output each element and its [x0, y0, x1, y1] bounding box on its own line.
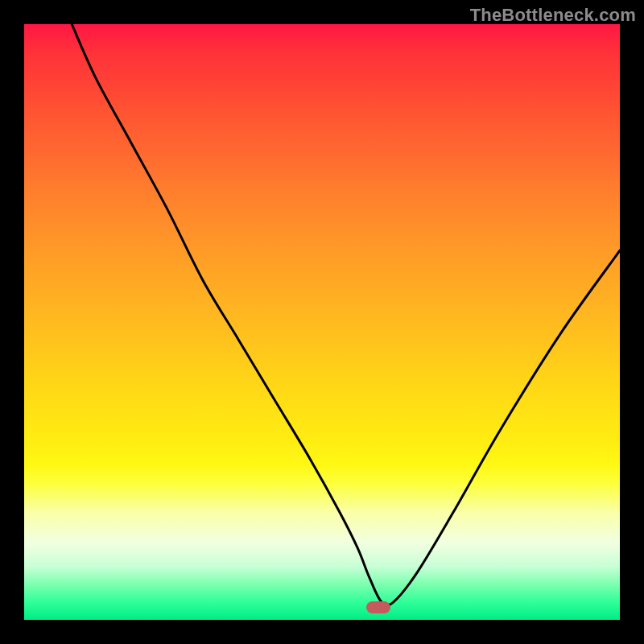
chart-container: TheBottleneck.com [0, 0, 644, 644]
watermark-text: TheBottleneck.com [470, 5, 636, 26]
bottleneck-curve [24, 24, 620, 620]
minimum-marker [366, 601, 390, 613]
plot-area [24, 24, 620, 620]
